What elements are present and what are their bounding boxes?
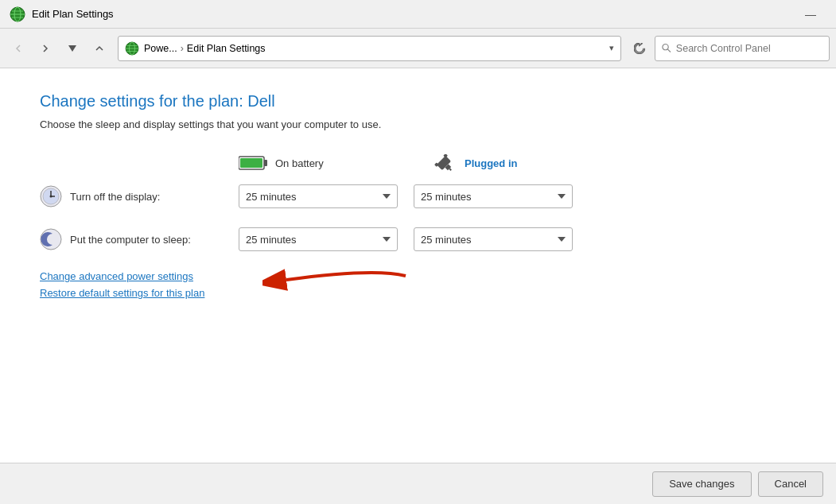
search-icon — [662, 43, 671, 53]
save-changes-button[interactable]: Save changes — [652, 471, 751, 497]
search-box[interactable] — [655, 36, 830, 61]
plug-icon — [430, 154, 458, 172]
plugged-column-header: Plugged in — [430, 154, 605, 172]
address-separator: › — [181, 43, 184, 54]
sleep-dropdowns: 25 minutes 1 minute 2 minutes 5 minutes … — [239, 227, 573, 251]
search-input[interactable] — [676, 43, 822, 54]
display-setting-label: Turn off the display: — [40, 185, 239, 207]
plugged-label: Plugged in — [465, 157, 517, 169]
sleep-label-text: Put the computer to sleep: — [70, 234, 191, 246]
display-label-text: Turn off the display: — [70, 191, 160, 203]
page-title: Change settings for the plan: Dell — [40, 92, 796, 110]
sleep-plugged-select[interactable]: 25 minutes 1 minute 2 minutes 5 minutes … — [414, 227, 573, 251]
address-globe-icon — [125, 41, 139, 56]
window-title: Edit Plan Settings — [32, 8, 114, 20]
window-controls: — — [795, 3, 826, 25]
sleep-battery-select[interactable]: 25 minutes 1 minute 2 minutes 5 minutes … — [239, 227, 398, 251]
title-bar: Edit Plan Settings — — [0, 0, 836, 29]
column-headers: On battery Plugged in — [239, 154, 796, 172]
page-subtitle: Choose the sleep and display settings th… — [40, 118, 796, 130]
restore-defaults-link[interactable]: Restore default settings for this plan — [40, 287, 796, 299]
battery-label: On battery — [275, 157, 324, 169]
address-dropdown-icon[interactable]: ▾ — [609, 43, 614, 53]
address-parent: Powe... — [144, 43, 177, 54]
sleep-setting-row: Put the computer to sleep: 25 minutes 1 … — [40, 227, 796, 251]
svg-point-10 — [663, 44, 668, 49]
address-path: Powe... › Edit Plan Settings — [144, 43, 605, 54]
refresh-button[interactable] — [628, 37, 651, 60]
advanced-settings-link[interactable]: Change advanced power settings — [40, 270, 193, 282]
settings-section: Turn off the display: 25 minutes 1 minut… — [40, 184, 796, 251]
battery-column-header: On battery — [239, 154, 414, 172]
up-button[interactable] — [87, 37, 111, 60]
battery-icon — [239, 154, 269, 172]
sleep-setting-label: Put the computer to sleep: — [40, 228, 239, 250]
display-icon — [40, 185, 62, 207]
dropdown-button[interactable] — [60, 37, 84, 60]
svg-rect-13 — [264, 160, 267, 166]
svg-line-11 — [667, 49, 671, 52]
display-plugged-select[interactable]: 25 minutes 1 minute 2 minutes 5 minutes … — [414, 184, 573, 208]
bottom-bar: Save changes Cancel — [0, 463, 836, 504]
address-current: Edit Plan Settings — [187, 43, 266, 54]
links-section: Change advanced power settings Restore d… — [40, 270, 796, 299]
address-bar[interactable]: Powe... › Edit Plan Settings ▾ — [118, 36, 621, 61]
svg-point-24 — [50, 196, 52, 198]
display-dropdowns: 25 minutes 1 minute 2 minutes 5 minutes … — [239, 184, 573, 208]
minimize-button[interactable]: — — [795, 3, 826, 25]
window-icon — [10, 6, 25, 22]
forward-button[interactable] — [33, 37, 57, 60]
main-content: Change settings for the plan: Dell Choos… — [0, 68, 836, 463]
cancel-button[interactable]: Cancel — [758, 471, 823, 497]
display-setting-row: Turn off the display: 25 minutes 1 minut… — [40, 184, 796, 208]
display-battery-select[interactable]: 25 minutes 1 minute 2 minutes 5 minutes … — [239, 184, 398, 208]
sleep-icon — [40, 228, 62, 250]
back-button[interactable] — [6, 37, 30, 60]
nav-bar: Powe... › Edit Plan Settings ▾ — [0, 29, 836, 68]
svg-rect-14 — [240, 158, 262, 168]
